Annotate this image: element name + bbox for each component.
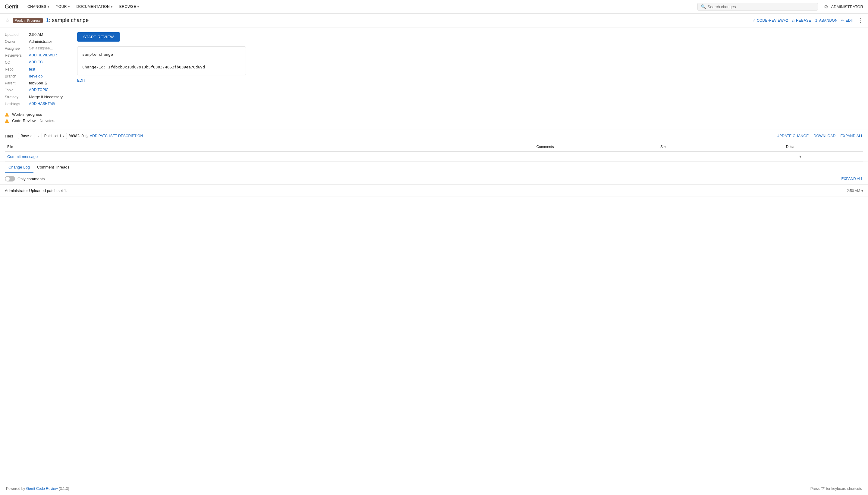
meta-branch: Branch develop [5, 74, 71, 79]
tab-change-log[interactable]: Change Log [5, 162, 33, 173]
row-expand-icon[interactable]: ▾ [799, 154, 801, 159]
meta-reviewers: Reviewers ADD REVIEWER [5, 53, 71, 57]
abandon-icon: ⊘ [815, 18, 818, 23]
star-icon[interactable]: ☆ [5, 17, 10, 24]
nav-changes[interactable]: CHANGES ▾ [24, 0, 52, 14]
expand-cell: ▾ [797, 152, 863, 161]
commit-section: START REVIEW sample change Change-Id: If… [77, 32, 863, 125]
commit-message-link[interactable]: Commit message [7, 154, 38, 159]
search-icon: 🔍 [701, 4, 706, 9]
change-number-link[interactable]: 1 [46, 17, 49, 23]
meta-parent: Parent feb95b8 ⎘ [5, 81, 71, 85]
size-col-header: Size [556, 142, 670, 152]
copy-icon[interactable]: ⎘ [45, 81, 47, 85]
patchset-dropdown-arrow: ▾ [63, 134, 64, 138]
activity-expand-icon[interactable]: ▾ [861, 189, 863, 193]
repo-value: test [29, 67, 35, 71]
abandon-button[interactable]: ⊘ ABANDON [815, 18, 837, 23]
branch-value: develop [29, 74, 43, 79]
brand-logo: Gerrit [5, 4, 18, 10]
base-dropdown[interactable]: Base ▾ [18, 133, 34, 139]
activity-row: Administrator Uploaded patch set 1. 2:50… [0, 185, 868, 197]
checkmark-icon: ✓ [752, 18, 756, 23]
comments-controls: Only comments EXPAND ALL [0, 173, 868, 185]
files-header: Files Base ▾ → Patchset 1 ▾ 0b382a9 ⎘ AD… [5, 130, 863, 142]
only-comments-toggle[interactable] [5, 176, 15, 182]
update-change-button[interactable]: UPDATE CHANGE [777, 134, 809, 138]
patchset-dropdown[interactable]: Patchset 1 ▾ [41, 133, 67, 139]
branch-link[interactable]: develop [29, 74, 43, 79]
start-review-button[interactable]: START REVIEW [77, 32, 120, 41]
files-title: Files [5, 134, 13, 138]
search-bar[interactable]: 🔍 [697, 3, 818, 11]
reviewers-label: Reviewers [5, 53, 29, 57]
strategy-value: Merge if Necessary [29, 95, 63, 99]
files-expand-all-button[interactable]: EXPAND ALL [840, 134, 863, 138]
commit-message-box: sample change Change-Id: Ifdbcb0c18d0791… [77, 47, 246, 75]
nav-browse[interactable]: BROWSE ▾ [116, 0, 142, 14]
file-name-cell: Commit message [5, 152, 343, 161]
changelog-tabs: Change Log Comment Threads [0, 162, 868, 173]
change-title: 1: sample change [46, 17, 89, 23]
commit-message-line2: Change-Id: Ifdbcb0c18d07910b5f630374653f… [82, 64, 241, 70]
table-row: Commit message ▾ [5, 152, 863, 161]
changelog-section: Change Log Comment Threads Only comments… [0, 161, 868, 197]
only-comments-label: Only comments [17, 177, 45, 181]
file-table-header: File Comments Size Delta [5, 142, 863, 152]
meta-cc: CC ADD CC [5, 60, 71, 65]
comments-col-header: Comments [343, 142, 556, 152]
subheader: ☆ Work in Progress 1: sample change ✓ CO… [0, 14, 868, 28]
search-input[interactable] [708, 4, 815, 9]
topic-label: Topic [5, 88, 29, 92]
hash-copy-icon[interactable]: ⎘ [86, 134, 88, 138]
add-cc-button[interactable]: ADD CC [29, 60, 43, 64]
patchset-selector: Base ▾ → Patchset 1 ▾ 0b382a9 ⎘ ADD PATC… [18, 133, 143, 139]
download-button[interactable]: DOWNLOAD [813, 134, 835, 138]
pencil-icon: ✏ [841, 18, 844, 23]
edit-button[interactable]: ✏ EDIT [841, 18, 854, 23]
meta-topic: Topic ADD TOPIC [5, 88, 71, 92]
add-hashtag-button[interactable]: ADD HASHTAG [29, 102, 55, 106]
hashtags-label: Hashtags [5, 102, 29, 106]
files-section: Files Base ▾ → Patchset 1 ▾ 0b382a9 ⎘ AD… [0, 130, 868, 161]
parent-value: feb95b8 [29, 81, 43, 85]
rebase-button[interactable]: ⇄ REBASE [792, 18, 811, 23]
code-review-label-name: Code-Review [12, 118, 36, 123]
changelog-expand-all-button[interactable]: EXPAND ALL [841, 177, 863, 181]
nav-your[interactable]: YOUR ▾ [53, 0, 73, 14]
gear-icon[interactable]: ⚙ [824, 4, 828, 10]
add-reviewer-button[interactable]: ADD REVIEWER [29, 53, 57, 57]
add-patchset-description-link[interactable]: ADD PATCHSET DESCRIPTION [90, 134, 143, 138]
strategy-label: Strategy [5, 95, 29, 99]
owner-value: Administrator [29, 39, 52, 44]
parent-label: Parent [5, 81, 29, 85]
meta-assignee: Assignee Set assignee... [5, 46, 71, 51]
delta-cell [670, 152, 797, 161]
subheader-actions: ✓ CODE-REVIEW+2 ⇄ REBASE ⊘ ABANDON ✏ EDI… [752, 17, 863, 24]
wip-label-name: Work-in-progress [12, 112, 42, 117]
repo-link[interactable]: test [29, 67, 35, 71]
label-wip: Work-in-progress [5, 112, 71, 117]
nav-documentation[interactable]: DOCUMENTATION ▾ [73, 0, 116, 14]
activity-user: Administrator [5, 188, 28, 193]
navbar-right: ⚙ ADMINISTRATOR [824, 4, 863, 10]
commit-edit-link[interactable]: EDIT [77, 79, 863, 83]
updated-value: 2:50 AM [29, 32, 44, 37]
code-review-label-icon [5, 119, 9, 123]
navbar-menu: CHANGES ▾ YOUR ▾ DOCUMENTATION ▾ BROWSE … [24, 0, 691, 14]
browse-dropdown-icon: ▾ [137, 5, 139, 8]
code-review-button[interactable]: ✓ CODE-REVIEW+2 [752, 18, 788, 23]
meta-section: Updated 2:50 AM Owner Administrator Assi… [5, 32, 71, 125]
delta-col-header: Delta [670, 142, 797, 152]
tab-comment-threads[interactable]: Comment Threads [33, 162, 73, 173]
assignee-placeholder[interactable]: Set assignee... [29, 46, 53, 50]
add-topic-button[interactable]: ADD TOPIC [29, 88, 49, 92]
more-actions-button[interactable]: ⋮ [858, 17, 863, 24]
wip-label-icon [5, 113, 9, 117]
navbar: Gerrit CHANGES ▾ YOUR ▾ DOCUMENTATION ▾ … [0, 0, 868, 14]
your-dropdown-icon: ▾ [68, 5, 70, 8]
file-table: File Comments Size Delta Commit message … [5, 142, 863, 161]
rebase-icon: ⇄ [792, 18, 795, 23]
file-col-header: File [5, 142, 343, 152]
documentation-dropdown-icon: ▾ [111, 5, 113, 8]
